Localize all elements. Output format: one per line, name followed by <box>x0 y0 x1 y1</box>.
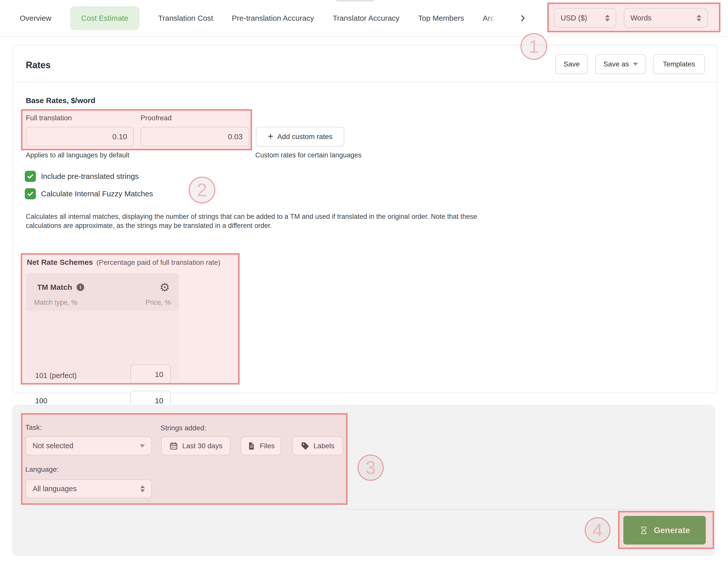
base-rates-heading: Base Rates, $/word <box>26 96 95 105</box>
hourglass-icon <box>639 526 649 535</box>
checkbox-checked[interactable] <box>25 171 36 182</box>
custom-rates-note: Custom rates for certain languages <box>255 151 361 159</box>
report-filters-panel: Task: Not selected Strings added: Last 3… <box>12 405 715 556</box>
tm-match-title-row: TM Match i <box>37 283 84 291</box>
tm-row-101-label: 101 (perfect) <box>35 371 77 380</box>
unit-select[interactable]: Words <box>624 8 708 28</box>
tm-row-100-label: 100 <box>35 397 47 405</box>
full-translation-rate-input[interactable] <box>26 127 134 147</box>
unit-select-value: Words <box>630 14 651 22</box>
language-label: Language: <box>25 465 59 473</box>
save-button[interactable]: Save <box>555 54 588 74</box>
files-filter-label: Files <box>260 442 275 450</box>
templates-button-label: Templates <box>663 60 695 68</box>
currency-select[interactable]: USD ($) <box>554 8 616 28</box>
task-select[interactable]: Not selected <box>26 436 152 455</box>
checkmark-icon <box>27 190 34 198</box>
gear-icon[interactable]: ⚙ <box>160 282 170 293</box>
save-as-button-label: Save as <box>603 60 629 68</box>
reports-tab-bar: Overview Cost Estimate Translation Cost … <box>0 0 728 37</box>
default-rates-note: Applies to all languages by default <box>26 151 129 159</box>
caret-down-icon <box>140 444 145 447</box>
file-icon <box>247 442 256 450</box>
internal-fuzzy-matches-label: Calculate Internal Fuzzy Matches <box>41 190 153 198</box>
calendar-icon <box>169 441 178 450</box>
generate-button[interactable]: Generate <box>623 516 706 544</box>
more-tabs-button[interactable] <box>517 13 528 24</box>
tab-pre-translation-accuracy[interactable]: Pre-translation Accuracy <box>232 14 314 23</box>
tab-overview[interactable]: Overview <box>20 14 51 23</box>
tab-translation-cost[interactable]: Translation Cost <box>158 14 213 23</box>
proofread-label: Proofread <box>141 114 172 122</box>
tab-archived-truncated[interactable]: Arc <box>483 14 498 23</box>
checkmark-icon <box>27 173 34 180</box>
price-column-header: Price, % <box>145 298 171 306</box>
plus-icon: + <box>268 131 273 141</box>
rates-title: Rates <box>26 60 51 71</box>
generate-button-label: Generate <box>654 526 690 535</box>
tm-match-card: TM Match i ⚙ Match type, % Price, % 101 … <box>26 273 179 379</box>
currency-select-value: USD ($) <box>561 14 587 22</box>
info-icon[interactable]: i <box>77 284 84 291</box>
caret-down-icon <box>633 63 638 66</box>
include-pretranslated-checkbox-row[interactable]: Include pre-translated strings <box>25 171 139 182</box>
templates-button[interactable]: Templates <box>653 54 705 74</box>
language-select[interactable]: All languages <box>26 479 152 498</box>
checkbox-checked[interactable] <box>25 188 36 199</box>
report-tabs: Overview Cost Estimate Translation Cost … <box>20 0 528 36</box>
sort-arrows-icon <box>697 15 701 21</box>
save-button-label: Save <box>564 60 580 68</box>
header-divider <box>13 82 717 83</box>
strings-added-label: Strings added: <box>161 424 206 432</box>
add-custom-rates-button[interactable]: + Add custom rates <box>256 127 344 147</box>
tab-cost-estimate[interactable]: Cost Estimate <box>70 6 140 30</box>
report-settings-screen: Overview Cost Estimate Translation Cost … <box>0 0 728 569</box>
files-filter-button[interactable]: Files <box>241 436 281 455</box>
filters-divider <box>24 509 703 510</box>
tab-top-members[interactable]: Top Members <box>418 14 464 23</box>
add-custom-rates-label: Add custom rates <box>277 133 332 141</box>
date-range-button[interactable]: Last 30 days <box>161 436 230 455</box>
match-type-column-header: Match type, % <box>34 298 77 306</box>
labels-filter-label: Labels <box>313 442 334 450</box>
task-label: Task: <box>25 423 42 431</box>
fuzzy-matches-note: Calculates all internal matches, display… <box>26 212 509 230</box>
net-rate-schemes-title: Net Rate Schemes <box>27 258 93 267</box>
tag-icon <box>301 442 309 450</box>
net-rate-schemes-subtitle: (Percentage paid of full translation rat… <box>97 259 220 267</box>
proofread-rate-input[interactable] <box>141 127 249 147</box>
task-select-value: Not selected <box>33 442 73 450</box>
save-as-button[interactable]: Save as <box>595 54 646 74</box>
sort-arrows-icon <box>140 485 145 492</box>
tm-row-101-price-input[interactable] <box>130 364 171 384</box>
tm-match-title: TM Match <box>37 283 72 291</box>
language-select-value: All languages <box>33 485 77 493</box>
net-rate-schemes-heading-row: Net Rate Schemes (Percentage paid of ful… <box>27 258 220 267</box>
sort-arrows-icon <box>605 15 610 21</box>
tab-translator-accuracy[interactable]: Translator Accuracy <box>333 14 399 23</box>
tab-label: Arc <box>483 14 494 22</box>
chevron-right-icon <box>518 14 527 23</box>
full-translation-label: Full translation <box>26 114 72 122</box>
include-pretranslated-label: Include pre-translated strings <box>41 172 139 181</box>
labels-filter-button[interactable]: Labels <box>292 436 343 455</box>
internal-fuzzy-matches-checkbox-row[interactable]: Calculate Internal Fuzzy Matches <box>25 188 153 199</box>
date-range-label: Last 30 days <box>182 442 222 450</box>
rates-panel: Rates Save Save as Templates Base Rates,… <box>13 45 717 393</box>
